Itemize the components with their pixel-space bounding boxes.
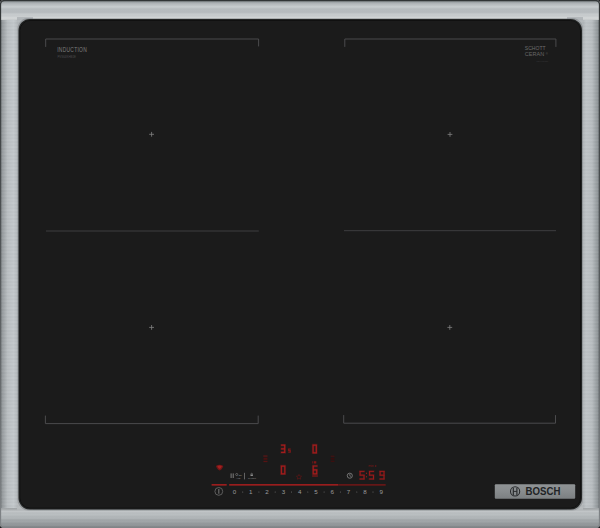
svg-text:0: 0 <box>233 488 237 495</box>
svg-text:2: 2 <box>265 488 269 495</box>
svg-text:8: 8 <box>363 488 367 495</box>
svg-text:Aus: Aus <box>236 477 241 480</box>
svg-text:min: min <box>368 464 374 468</box>
svg-text:7: 7 <box>347 488 351 495</box>
svg-text:9: 9 <box>379 488 383 495</box>
svg-text:6: 6 <box>331 488 335 495</box>
svg-text:1: 1 <box>249 488 253 495</box>
svg-text:SCHOTT: SCHOTT <box>525 45 547 51</box>
svg-text:BOSCH: BOSCH <box>526 486 561 497</box>
svg-text:INDUCTION: INDUCTION <box>57 46 87 53</box>
svg-text:Restart: Restart <box>248 477 256 479</box>
svg-text:PVS64KHB1E: PVS64KHB1E <box>57 55 76 59</box>
svg-text:5: 5 <box>314 488 318 495</box>
svg-text:3: 3 <box>282 488 286 495</box>
svg-text:Made in Germany: Made in Germany <box>537 60 549 63</box>
svg-text:CERAN: CERAN <box>525 52 544 57</box>
svg-text:4: 4 <box>298 488 302 495</box>
